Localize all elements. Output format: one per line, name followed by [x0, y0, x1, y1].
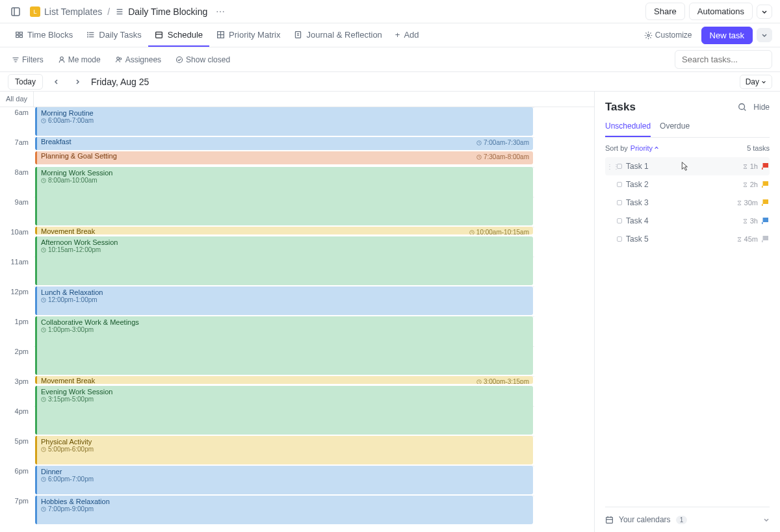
sort-value[interactable]: Priority — [630, 144, 659, 152]
tab-time-blocks[interactable]: Time Blocks — [8, 23, 79, 47]
calendar-event[interactable]: Breakfast7:00am-7:30am — [35, 137, 533, 150]
task-item[interactable]: ⋮⋮ Task 5 45m — [605, 230, 770, 248]
hour-label: 4pm — [0, 406, 34, 436]
priority-flag-icon[interactable] — [762, 218, 768, 224]
me-mode-button[interactable]: Me mode — [54, 53, 105, 67]
calendar-event[interactable]: Hobbies & Relaxation7:00pm-9:00pm — [35, 496, 533, 524]
chevron-down-icon — [763, 516, 770, 523]
tab-overdue[interactable]: Overdue — [660, 121, 690, 137]
tab-icon — [216, 30, 225, 39]
sidebar-toggle-icon[interactable] — [8, 4, 23, 19]
tab-unscheduled[interactable]: Unscheduled — [605, 121, 651, 137]
event-time: 8:00am-10:00am — [41, 177, 529, 184]
event-title: Breakfast — [41, 138, 71, 146]
event-time: 6:00pm-7:00pm — [41, 475, 529, 483]
add-view-button[interactable]: + Add — [389, 23, 426, 47]
hour-label: 6am — [0, 107, 34, 137]
priority-flag-icon[interactable] — [762, 181, 768, 188]
hide-button[interactable]: Hide — [753, 103, 770, 112]
svg-rect-15 — [156, 32, 162, 38]
tab-journal-reflection[interactable]: Journal & Reflection — [287, 23, 389, 47]
svg-rect-5 — [16, 32, 18, 34]
filters-button[interactable]: Filters — [8, 53, 47, 67]
breadcrumb-current[interactable]: Daily Time Blocking — [115, 6, 207, 17]
task-status-icon[interactable] — [617, 164, 622, 169]
customize-button[interactable]: Customize — [640, 28, 696, 42]
svg-rect-20 — [295, 31, 300, 38]
calendars-count-badge: 1 — [676, 516, 688, 524]
priority-flag-icon[interactable] — [762, 163, 768, 170]
share-button[interactable]: Share — [645, 3, 685, 20]
dropdown-button[interactable] — [757, 5, 772, 19]
tab-schedule[interactable]: Schedule — [148, 23, 209, 47]
list-icon — [115, 7, 124, 16]
calendar-event[interactable]: Evening Work Session3:15pm-5:00pm — [35, 386, 533, 435]
svg-point-23 — [647, 34, 649, 36]
breadcrumb-folder[interactable]: L List Templates — [30, 6, 102, 17]
priority-flag-icon[interactable] — [762, 236, 768, 242]
tab-priority-matrix[interactable]: Priority Matrix — [209, 23, 287, 47]
task-item[interactable]: ⋮⋮ Task 2 2h — [605, 175, 770, 194]
task-status-icon[interactable] — [617, 200, 622, 205]
event-title: Hobbies & Relaxation — [41, 498, 529, 505]
assignees-button[interactable]: Assignees — [111, 53, 165, 67]
task-status-icon[interactable] — [617, 182, 622, 187]
tasks-title: Tasks — [605, 101, 636, 114]
calendar-event[interactable]: Lunch & Relaxation12:00pm-1:00pm — [35, 286, 533, 315]
new-task-dropdown[interactable] — [757, 28, 772, 42]
task-item[interactable]: ⋮⋮ Task 4 3h — [605, 212, 770, 230]
calendar-event[interactable]: Morning Routine6:00am-7:00am — [35, 107, 533, 136]
task-duration: 1h — [742, 162, 758, 170]
svg-point-27 — [60, 57, 63, 60]
calendar-icon — [605, 516, 614, 524]
task-name: Task 5 — [626, 234, 733, 244]
task-name: Task 1 — [626, 162, 738, 171]
search-icon[interactable] — [738, 103, 747, 112]
svg-rect-0 — [12, 8, 20, 16]
breadcrumb-folder-label: List Templates — [44, 6, 102, 17]
view-selector[interactable]: Day — [740, 75, 772, 89]
tasks-panel: Tasks Hide Unscheduled Overdue Sort by P… — [595, 92, 780, 532]
task-status-icon[interactable] — [617, 236, 622, 242]
event-title: Movement Break — [41, 377, 95, 384]
new-task-button[interactable]: New task — [701, 27, 753, 44]
today-button[interactable]: Today — [8, 74, 43, 90]
calendar-grid: All day 6am7am8am9am10am11am12pm1pm2pm3p… — [0, 92, 595, 532]
event-title: Morning Work Session — [41, 169, 529, 177]
breadcrumb-current-label: Daily Time Blocking — [128, 6, 207, 17]
chevron-right-icon — [74, 79, 81, 85]
task-item[interactable]: ⋮⋮ Task 3 30m — [605, 194, 770, 212]
task-count: 5 tasks — [747, 144, 770, 152]
chevron-left-icon — [53, 79, 60, 85]
task-item[interactable]: ⋮⋮ Task 1 1h — [605, 157, 770, 175]
hour-label: 7pm — [0, 496, 34, 526]
tab-daily-tasks[interactable]: Daily Tasks — [79, 23, 148, 47]
more-icon[interactable]: ⋯ — [213, 4, 228, 19]
event-time: 3:15pm-5:00pm — [41, 396, 529, 403]
svg-point-28 — [116, 57, 119, 59]
svg-rect-8 — [20, 35, 22, 37]
task-duration: 30m — [736, 199, 758, 207]
calendar-event[interactable]: Dinner6:00pm-7:00pm — [35, 466, 533, 494]
calendar-event[interactable]: Movement Break10:00am-10:15am — [35, 227, 533, 234]
person-icon — [58, 56, 66, 64]
calendar-event[interactable]: Collaborative Work & Meetings1:00pm-3:00… — [35, 316, 533, 375]
folder-icon: L — [30, 6, 40, 17]
task-name: Task 2 — [626, 180, 738, 189]
calendar-event[interactable]: Morning Work Session8:00am-10:00am — [35, 167, 533, 225]
automations-button[interactable]: Automations — [689, 3, 753, 20]
calendar-event[interactable]: Movement Break3:00pm-3:15pm — [35, 376, 533, 384]
calendar-event[interactable]: Planning & Goal Setting7:30am-8:00am — [35, 151, 533, 164]
tab-icon — [86, 30, 95, 39]
show-closed-button[interactable]: Show closed — [172, 53, 234, 67]
drag-handle-icon[interactable]: ⋮⋮ — [606, 163, 613, 170]
task-status-icon[interactable] — [617, 218, 622, 223]
calendar-event[interactable]: Afternoon Work Session10:15am-12:00pm — [35, 236, 533, 285]
prev-day-button[interactable] — [49, 75, 64, 89]
priority-flag-icon[interactable] — [762, 199, 768, 206]
your-calendars-toggle[interactable]: Your calendars 1 — [605, 507, 770, 532]
event-title: Afternoon Work Session — [41, 238, 529, 246]
calendar-event[interactable]: Physical Activity5:00pm-6:00pm — [35, 436, 533, 464]
search-input[interactable] — [675, 50, 772, 69]
next-day-button[interactable] — [70, 75, 84, 89]
